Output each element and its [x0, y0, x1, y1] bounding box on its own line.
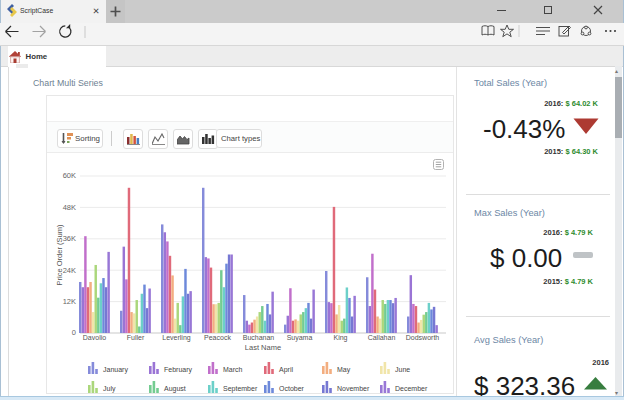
- svg-text:Buchanan: Buchanan: [243, 334, 275, 341]
- svg-text:August: August: [164, 385, 186, 393]
- svg-text:November: November: [337, 385, 370, 392]
- svg-text:February: February: [164, 366, 193, 374]
- svg-text:May: May: [337, 366, 351, 374]
- svg-text:Suyama: Suyama: [287, 334, 313, 342]
- svg-text:Leverling: Leverling: [162, 334, 191, 342]
- svg-text:June: June: [395, 366, 410, 373]
- svg-text:September: September: [223, 385, 258, 393]
- svg-text:12K: 12K: [63, 297, 76, 306]
- svg-text:October: October: [279, 385, 305, 392]
- svg-text:48K: 48K: [63, 203, 76, 212]
- svg-text:Peacock: Peacock: [204, 334, 231, 341]
- svg-text:Fuller: Fuller: [127, 334, 145, 341]
- svg-text:July: July: [103, 385, 116, 393]
- svg-text:King: King: [333, 334, 347, 342]
- svg-text:April: April: [279, 366, 293, 374]
- svg-text:Davolio: Davolio: [83, 334, 106, 341]
- svg-text:24K: 24K: [63, 266, 76, 275]
- svg-text:60K: 60K: [63, 171, 76, 180]
- svg-text:36K: 36K: [63, 234, 76, 243]
- svg-text:January: January: [103, 366, 128, 374]
- svg-text:0: 0: [72, 328, 76, 337]
- svg-text:March: March: [223, 366, 243, 373]
- svg-text:Callahan: Callahan: [368, 334, 396, 341]
- svg-text:Dodsworth: Dodsworth: [406, 334, 440, 341]
- svg-text:December: December: [395, 385, 428, 392]
- svg-text:Price Order (Sum): Price Order (Sum): [55, 224, 64, 285]
- svg-text:Last Name: Last Name: [245, 343, 281, 352]
